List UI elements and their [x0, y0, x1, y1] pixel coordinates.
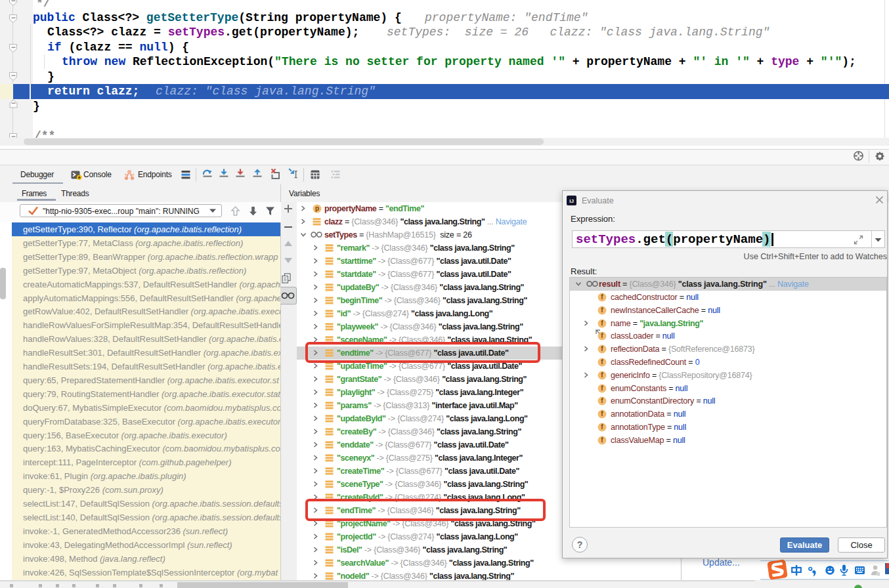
- svg-text:p: p: [315, 205, 319, 212]
- svg-text:IJ: IJ: [569, 198, 574, 204]
